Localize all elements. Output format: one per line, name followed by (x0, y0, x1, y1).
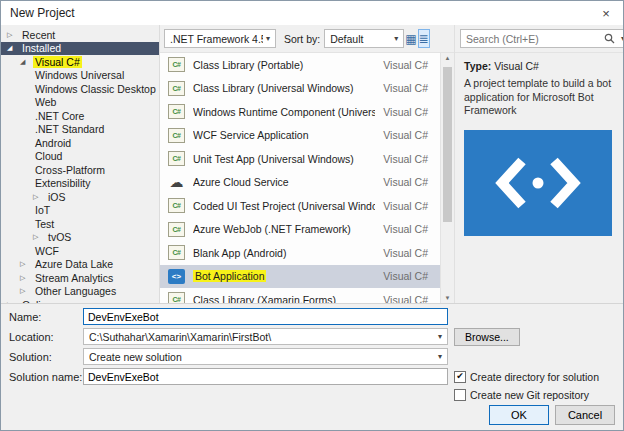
template-item-class-library-universal-windows[interactable]: C#Class Library (Universal Windows)Visua… (160, 77, 440, 101)
sidebar-item-label: Windows Classic Desktop (33, 83, 158, 95)
list-view-button[interactable]: ≣ (418, 29, 430, 48)
sidebar-item-cloud[interactable]: Cloud (1, 150, 159, 164)
type-row: Type: Visual C# (464, 60, 614, 72)
template-label-text: Blank App (Android) (193, 247, 286, 259)
template-item-wcf-service-application[interactable]: C#WCF Service ApplicationVisual C# (160, 124, 440, 148)
chevron-down-icon[interactable]: ▾ (618, 34, 624, 43)
template-label-text: Azure Cloud Service (193, 176, 289, 188)
sidebar-item-web[interactable]: Web (1, 96, 159, 110)
template-item-class-library-xamarin-forms[interactable]: C#Class Library (Xamarin.Forms)Visual C# (160, 288, 440, 303)
template-item-blank-app-android[interactable]: C#Blank App (Android)Visual C# (160, 241, 440, 265)
sidebar-item-tvos[interactable]: ▷tvOS (1, 231, 159, 245)
type-label: Type: (464, 60, 491, 72)
expand-arrow-icon[interactable]: ▷ (33, 233, 46, 241)
expand-arrow-icon[interactable]: ▷ (20, 260, 33, 268)
close-icon[interactable]: × (589, 1, 623, 25)
template-item-windows-runtime-component-universal-windows[interactable]: C#Windows Runtime Component (Universal W… (160, 100, 440, 124)
sidebar-item-label: Android (33, 137, 73, 149)
project-name-input[interactable] (83, 308, 448, 325)
sidebar-item-recent[interactable]: ▷Recent (1, 28, 159, 42)
check-icon: ✔ (456, 372, 464, 381)
right-panel: ▾ Type: Visual C# A project template to … (454, 25, 623, 303)
sidebar-item-azure-data-lake[interactable]: ▷Azure Data Lake (1, 258, 159, 272)
solution-name-input[interactable] (83, 368, 448, 385)
template-label: Class Library (Universal Windows) (193, 82, 375, 94)
scroll-down-icon[interactable]: ▼ (441, 295, 454, 301)
ok-button[interactable]: OK (489, 405, 549, 425)
collapse-arrow-icon[interactable]: ◢ (20, 58, 33, 66)
template-language: Visual C# (383, 270, 434, 282)
git-repo-label: Create new Git repository (470, 389, 589, 401)
expand-arrow-icon[interactable]: ▷ (20, 287, 33, 295)
template-label-text: Bot Application (193, 270, 266, 282)
template-language: Visual C# (383, 82, 434, 94)
sidebar-item-iot[interactable]: IoT (1, 204, 159, 218)
sidebar-item-label: iOS (46, 191, 68, 203)
sidebar-item-label: .NET Core (33, 110, 86, 122)
sidebar-item-test[interactable]: Test (1, 217, 159, 231)
solution-name-label: Solution name: (9, 371, 83, 383)
sidebar-item-label: Windows Universal (33, 69, 126, 81)
sidebar-item-label: Stream Analytics (33, 272, 115, 284)
coded-ui-test-icon: C# (168, 198, 185, 213)
sidebar-item-extensibility[interactable]: Extensibility (1, 177, 159, 191)
solution-dropdown[interactable]: Create new solution ▾ (83, 348, 448, 365)
xamarin-class-library-icon: C# (168, 292, 185, 303)
list-view-icon: ≣ (419, 32, 429, 46)
template-item-azure-webjob-net-framework[interactable]: C#Azure WebJob (.NET Framework)Visual C# (160, 218, 440, 242)
sidebar-item-label: Installed (20, 42, 63, 54)
wcf-service-icon: C# (168, 128, 185, 143)
sidebar-item-wcf[interactable]: WCF (1, 244, 159, 258)
sidebar-item-installed[interactable]: ◢Installed (1, 42, 159, 56)
sort-dropdown[interactable]: Default ▾ (324, 29, 404, 48)
medium-icons-view-button[interactable]: ▦ (404, 29, 417, 48)
create-directory-checkbox[interactable]: ✔ (454, 371, 466, 383)
scroll-up-icon[interactable]: ▲ (441, 55, 454, 61)
search-input[interactable] (466, 33, 601, 45)
sidebar-item-android[interactable]: Android (1, 136, 159, 150)
template-label-text: Azure WebJob (.NET Framework) (193, 223, 351, 235)
sidebar-item-other-languages[interactable]: ▷Other Languages (1, 285, 159, 299)
sidebar-item-net-core[interactable]: .NET Core (1, 109, 159, 123)
template-label-text: Class Library (Portable) (193, 59, 303, 71)
sidebar-item-stream-analytics[interactable]: ▷Stream Analytics (1, 271, 159, 285)
template-item-azure-cloud-service[interactable]: ☁Azure Cloud ServiceVisual C# (160, 171, 440, 195)
expand-arrow-icon[interactable]: ▷ (20, 274, 33, 282)
expand-arrow-icon[interactable]: ▷ (7, 31, 20, 39)
template-label: Class Library (Portable) (193, 59, 375, 71)
sidebar-item-net-standard[interactable]: .NET Standard (1, 123, 159, 137)
sidebar-item-windows-classic-desktop[interactable]: Windows Classic Desktop (1, 82, 159, 96)
sidebar-item-label: Cross-Platform (33, 164, 107, 176)
location-combobox[interactable]: C:\Suthahar\Xamarin\Xamarin\FirstBot\ ▾ (83, 328, 448, 345)
template-label: Coded UI Test Project (Universal Windows… (193, 200, 375, 212)
template-item-class-library-portable[interactable]: C#Class Library (Portable)Visual C# (160, 53, 440, 77)
expand-arrow-icon[interactable]: ▷ (33, 193, 46, 201)
template-label-text: Class Library (Xamarin.Forms) (193, 294, 336, 303)
type-value: Visual C# (494, 60, 539, 72)
cancel-button[interactable]: Cancel (555, 405, 615, 425)
sidebar-item-cross-platform[interactable]: Cross-Platform (1, 163, 159, 177)
git-repo-checkbox[interactable] (454, 389, 466, 401)
template-language: Visual C# (383, 294, 434, 303)
chevron-down-icon: ▾ (435, 352, 445, 361)
new-project-dialog: New Project × ▷Recent◢Installed◢Visual C… (0, 0, 624, 431)
template-item-unit-test-app-universal-windows[interactable]: C#Unit Test App (Universal Windows)Visua… (160, 147, 440, 171)
framework-dropdown[interactable]: .NET Framework 4.5.2 ▾ (164, 29, 276, 48)
browse-button[interactable]: Browse... (454, 328, 520, 346)
vertical-scrollbar[interactable]: ▲ ▼ (440, 53, 454, 303)
sort-value: Default (330, 33, 391, 45)
sidebar-item-windows-universal[interactable]: Windows Universal (1, 69, 159, 83)
scrollbar-thumb[interactable] (443, 67, 452, 222)
sidebar-item-label: IoT (33, 204, 52, 216)
collapse-arrow-icon[interactable]: ◢ (7, 44, 20, 52)
sort-by-label: Sort by: (284, 33, 320, 45)
sidebar-item-label: Visual C# (33, 56, 82, 68)
sidebar-item-label: Azure Data Lake (33, 258, 115, 270)
dialog-title: New Project (10, 6, 75, 20)
sidebar-item-ios[interactable]: ▷iOS (1, 190, 159, 204)
search-box[interactable]: ▾ (460, 29, 624, 48)
template-item-coded-ui-test-project-universal-windows[interactable]: C#Coded UI Test Project (Universal Windo… (160, 194, 440, 218)
unit-test-app-icon: C# (168, 151, 185, 166)
template-item-bot-application[interactable]: <>Bot ApplicationVisual C# (160, 265, 440, 289)
sidebar-item-visual-csharp[interactable]: ◢Visual C# (1, 55, 159, 69)
